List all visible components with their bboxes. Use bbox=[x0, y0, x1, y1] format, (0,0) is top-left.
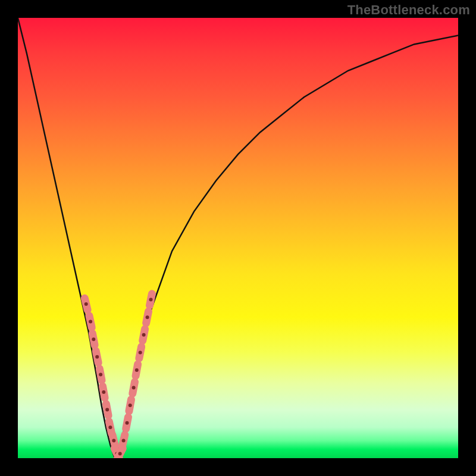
highlight-marker-joint bbox=[149, 298, 153, 302]
highlight-marker-joint bbox=[142, 333, 146, 337]
chart-frame: TheBottleneck.com bbox=[0, 0, 476, 476]
highlight-marker-joint bbox=[112, 439, 115, 442]
highlight-marker-joint bbox=[146, 315, 149, 319]
highlight-marker-joint bbox=[126, 421, 129, 425]
highlight-marker-joint bbox=[92, 337, 95, 341]
highlight-marker-joint bbox=[132, 386, 136, 390]
chart-svg bbox=[18, 18, 458, 458]
watermark-text: TheBottleneck.com bbox=[347, 2, 470, 18]
highlight-marker-joint bbox=[99, 372, 102, 376]
highlight-marker-joint bbox=[102, 390, 105, 394]
highlight-marker-joint bbox=[122, 439, 126, 442]
highlight-markers-group bbox=[84, 294, 153, 458]
highlight-marker-joint bbox=[139, 350, 142, 354]
highlight-marker-joint bbox=[118, 452, 122, 456]
bottleneck-curve bbox=[18, 18, 458, 458]
plot-area bbox=[18, 18, 458, 458]
highlight-marker-joint bbox=[84, 302, 88, 306]
highlight-marker-joint bbox=[135, 368, 139, 372]
highlight-marker-joint bbox=[105, 408, 109, 412]
highlight-marker-joint bbox=[108, 425, 112, 429]
highlight-marker-joint bbox=[89, 320, 92, 324]
highlight-marker-joint bbox=[129, 403, 132, 407]
highlight-marker-joint bbox=[95, 355, 99, 359]
